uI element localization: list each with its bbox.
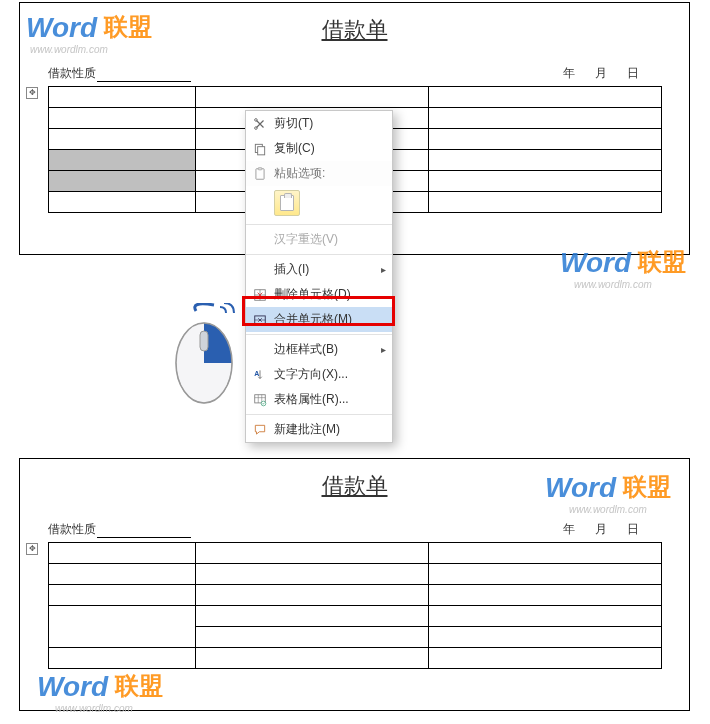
menu-border-style[interactable]: 边框样式(B) ▸ — [246, 337, 392, 362]
copy-icon — [250, 141, 270, 156]
menu-cut[interactable]: 剪切(T) — [246, 111, 392, 136]
svg-text:联盟: 联盟 — [114, 672, 163, 699]
table-row-merged — [49, 606, 662, 627]
delete-cell-icon — [250, 287, 270, 302]
menu-paste-header: 粘贴选项: — [246, 161, 392, 186]
svg-point-7 — [255, 119, 258, 122]
menu-new-comment[interactable]: 新建批注(M) — [246, 417, 392, 442]
svg-text:Word: Word — [37, 671, 109, 702]
menu-merge-cells[interactable]: 合并单元格(M) — [246, 307, 392, 332]
table-row — [49, 585, 662, 606]
paste-option-default[interactable] — [274, 190, 300, 216]
clipboard-icon — [250, 166, 270, 181]
menu-separator — [246, 224, 392, 225]
svg-rect-11 — [258, 167, 262, 169]
svg-rect-18 — [200, 331, 208, 351]
watermark-logo: Word 联盟 www.wordlm.com — [37, 668, 197, 718]
menu-ime-reconvert: 汉字重选(V) — [246, 227, 392, 252]
loan-type-underline — [97, 526, 191, 538]
menu-delete-cells[interactable]: 删除单元格(D)... — [246, 282, 392, 307]
text-direction-icon: A — [250, 367, 270, 382]
doc-header: 借款性质 年月日 — [48, 521, 661, 538]
table-row — [49, 543, 662, 564]
svg-rect-10 — [256, 169, 264, 180]
chevron-right-icon: ▸ — [381, 264, 386, 275]
loan-type-underline — [97, 70, 191, 82]
doc-header: 借款性质 年月日 — [48, 65, 661, 82]
merge-cells-icon — [250, 312, 270, 327]
svg-text:www.wordlm.com: www.wordlm.com — [55, 703, 133, 714]
mouse-illustration — [168, 303, 246, 410]
menu-copy[interactable]: 复制(C) — [246, 136, 392, 161]
menu-text-direction[interactable]: A 文字方向(X)... — [246, 362, 392, 387]
table-row — [49, 564, 662, 585]
doc-title: 借款单 — [20, 3, 689, 45]
menu-separator — [246, 254, 392, 255]
svg-point-6 — [255, 127, 258, 130]
menu-separator — [246, 334, 392, 335]
table-row — [49, 87, 662, 108]
menu-paste-options — [246, 186, 392, 222]
table-props-icon — [250, 392, 270, 407]
loan-type-label: 借款性质 — [48, 66, 96, 80]
context-menu: 剪切(T) 复制(C) 粘贴选项: 汉字重选(V) 插入(I) ▸ 删除单元格(… — [245, 110, 393, 443]
loan-type-label: 借款性质 — [48, 522, 96, 536]
svg-text:www.wordlm.com: www.wordlm.com — [569, 504, 647, 515]
table-anchor-icon: ✥ — [26, 543, 38, 555]
table-row — [49, 648, 662, 669]
comment-icon — [250, 422, 270, 437]
date-labels: 年月日 — [553, 65, 649, 82]
table-anchor-icon: ✥ — [26, 87, 38, 99]
loan-table-merged — [48, 542, 662, 669]
menu-separator — [246, 414, 392, 415]
date-labels: 年月日 — [553, 521, 649, 538]
screenshot-after: ✥ 借款单 借款性质 年月日 Word 联盟 www.wordlm.com Wo… — [19, 458, 690, 711]
chevron-right-icon: ▸ — [381, 344, 386, 355]
menu-insert[interactable]: 插入(I) ▸ — [246, 257, 392, 282]
menu-table-properties[interactable]: 表格属性(R)... — [246, 387, 392, 412]
scissors-icon — [250, 116, 270, 131]
svg-text:A: A — [254, 369, 259, 376]
svg-rect-9 — [258, 147, 265, 155]
doc-title: 借款单 — [20, 459, 689, 501]
svg-text:www.wordlm.com: www.wordlm.com — [30, 44, 108, 55]
svg-text:www.wordlm.com: www.wordlm.com — [574, 279, 652, 290]
